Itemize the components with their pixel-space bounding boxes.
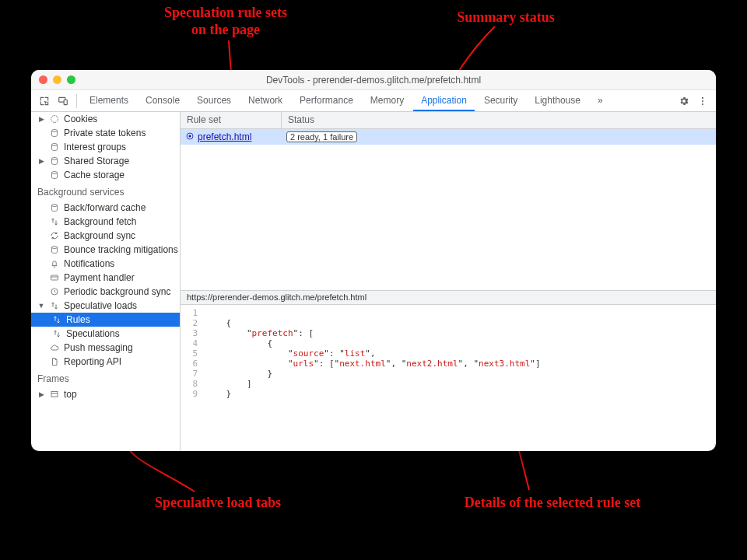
cell-status: 2 ready, 1 failure	[282, 129, 716, 145]
updown-arrows-icon	[49, 300, 60, 311]
cookie-icon	[49, 114, 60, 124]
sidebar-item-speculative-loads[interactable]: ▼ Speculative loads	[31, 299, 180, 313]
svg-rect-14	[51, 392, 58, 397]
svg-point-4	[702, 103, 703, 105]
chevron-right-icon: ▶	[37, 157, 45, 165]
sidebar-item-cookies[interactable]: ▶ Cookies	[31, 112, 180, 126]
sidebar-item-shared-storage[interactable]: ▶ Shared Storage	[31, 154, 180, 168]
sidebar-item-reporting-api[interactable]: Reporting API	[31, 355, 180, 369]
sidebar-label: Payment handler	[64, 272, 135, 283]
svg-rect-12	[51, 275, 58, 280]
sidebar-group-background-services: Background services	[31, 182, 180, 201]
svg-point-8	[52, 158, 58, 160]
window-controls[interactable]	[39, 75, 75, 84]
tab-security[interactable]: Security	[476, 90, 525, 111]
sidebar-label: top	[64, 389, 77, 400]
sidebar-label: Push messaging	[64, 342, 133, 353]
ruleset-link[interactable]: prefetch.html	[198, 131, 251, 142]
sidebar-item-periodic-sync[interactable]: Periodic background sync	[31, 285, 180, 299]
sidebar-item-background-sync[interactable]: Background sync	[31, 229, 180, 243]
top-toolbar: Elements Console Sources Network Perform…	[31, 90, 716, 112]
database-icon	[49, 156, 60, 166]
svg-point-6	[52, 130, 58, 132]
column-header-ruleset[interactable]: Rule set	[181, 112, 282, 128]
sidebar-item-notifications[interactable]: Notifications	[31, 257, 180, 271]
sidebar-item-bounce[interactable]: Bounce tracking mitigations	[31, 243, 180, 257]
window-title: DevTools - prerender-demos.glitch.me/pre…	[31, 75, 716, 86]
database-icon	[49, 128, 60, 138]
sidebar-group-frames: Frames	[31, 369, 180, 387]
ruleset-table: Rule set Status prefetch.html 2 ready, 1…	[181, 112, 716, 291]
chevron-right-icon: ▶	[37, 390, 45, 398]
tab-sources[interactable]: Sources	[189, 90, 239, 111]
sidebar-label: Rules	[66, 314, 90, 325]
tab-network[interactable]: Network	[240, 90, 290, 111]
titlebar: DevTools - prerender-demos.glitch.me/pre…	[31, 70, 716, 90]
database-icon	[49, 202, 60, 213]
bell-icon	[49, 258, 60, 269]
kebab-menu-icon[interactable]	[694, 93, 711, 110]
updown-arrows-icon	[49, 216, 60, 227]
annotation-details: Details of the selected rule set	[444, 495, 661, 512]
tab-lighthouse[interactable]: Lighthouse	[527, 90, 588, 111]
sidebar-label: Periodic background sync	[64, 286, 170, 297]
svg-point-16	[189, 135, 191, 137]
chevron-right-icon: ▶	[37, 115, 45, 123]
sidebar-label: Speculations	[66, 328, 120, 339]
table-row[interactable]: prefetch.html 2 ready, 1 failure	[181, 129, 716, 145]
tabs-overflow-icon[interactable]: »	[590, 90, 611, 111]
sidebar-label: Cache storage	[64, 170, 124, 180]
sidebar-label: Background fetch	[64, 216, 136, 227]
chevron-down-icon: ▼	[37, 302, 45, 310]
tab-performance[interactable]: Performance	[292, 90, 361, 111]
main-panel: Rule set Status prefetch.html 2 ready, 1…	[181, 112, 716, 451]
cloud-icon	[49, 342, 60, 353]
sidebar-item-speculations[interactable]: Speculations	[31, 327, 180, 341]
tab-memory[interactable]: Memory	[363, 90, 412, 111]
inspect-icon[interactable]	[36, 93, 53, 110]
database-icon	[49, 244, 60, 255]
sidebar-item-back-forward[interactable]: Back/forward cache	[31, 201, 180, 215]
device-toggle-icon[interactable]	[54, 93, 72, 110]
column-header-status[interactable]: Status	[282, 112, 716, 128]
sidebar-item-push-messaging[interactable]: Push messaging	[31, 341, 180, 355]
sidebar-label: Cookies	[64, 114, 97, 124]
sidebar-item-rules[interactable]: Rules	[31, 313, 180, 327]
sidebar-label: Shared Storage	[64, 156, 129, 166]
sidebar-item-private-tokens[interactable]: Private state tokens	[31, 126, 180, 140]
credit-card-icon	[49, 272, 60, 283]
sidebar-label: Notifications	[64, 258, 114, 269]
annotation-rule-sets: Speculation rule setson the page	[140, 5, 311, 38]
updown-arrows-icon	[51, 314, 62, 325]
svg-point-9	[52, 172, 58, 174]
sidebar-item-payment[interactable]: Payment handler	[31, 271, 180, 285]
line-gutter: 123456789	[181, 305, 202, 451]
sidebar-item-top-frame[interactable]: ▶ top	[31, 387, 180, 401]
sidebar-label: Reporting API	[64, 356, 121, 367]
status-pill: 2 ready, 1 failure	[286, 131, 357, 142]
maximize-window-icon[interactable]	[67, 75, 75, 84]
settings-gear-icon[interactable]	[675, 93, 693, 110]
svg-point-7	[52, 144, 58, 146]
close-window-icon[interactable]	[39, 75, 47, 84]
document-icon	[49, 356, 60, 367]
annotation-summary-status: Summary status	[436, 9, 576, 26]
sidebar-item-cache-storage[interactable]: Cache storage	[31, 168, 180, 182]
updown-arrows-icon	[51, 328, 62, 339]
frame-icon	[49, 389, 60, 400]
code-content[interactable]: { "prefetch": [ { "source": "list", "url…	[202, 305, 716, 451]
tab-console[interactable]: Console	[138, 90, 188, 111]
target-icon	[185, 131, 195, 143]
tab-application[interactable]: Application	[413, 90, 475, 111]
sync-icon	[49, 230, 60, 241]
sidebar-label: Speculative loads	[64, 300, 137, 311]
application-sidebar: ▶ Cookies Private state tokens Interest …	[31, 112, 181, 451]
code-viewer: 123456789 { "prefetch": [ { "source": "l…	[181, 305, 716, 451]
detail-url: https://prerender-demos.glitch.me/prefet…	[181, 291, 716, 304]
cell-ruleset: prefetch.html	[181, 129, 282, 145]
svg-point-3	[702, 100, 703, 101]
sidebar-item-background-fetch[interactable]: Background fetch	[31, 215, 180, 229]
minimize-window-icon[interactable]	[53, 75, 61, 84]
tab-elements[interactable]: Elements	[82, 90, 136, 111]
sidebar-item-interest-groups[interactable]: Interest groups	[31, 140, 180, 154]
